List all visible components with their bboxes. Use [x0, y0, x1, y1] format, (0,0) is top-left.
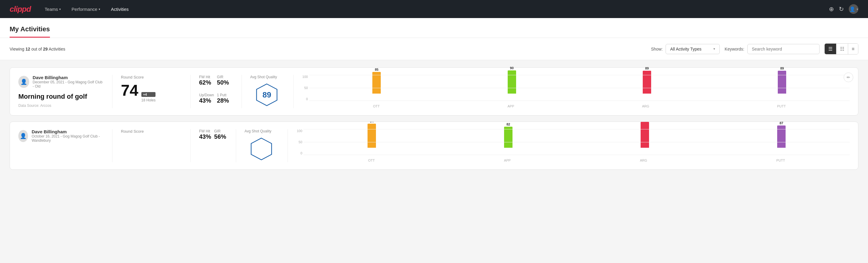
card-quality-2: Avg Shot Quality	[236, 129, 278, 162]
oneputt-cell-1: 1 Putt 28%	[217, 93, 231, 108]
round-score-label-2: Round Score	[121, 129, 172, 134]
arg-bar-2	[641, 122, 649, 148]
card-user-2: 👤 Dave Billingham October 16, 2021 - Gog…	[18, 129, 102, 143]
nav-item-performance[interactable]: Performance ▾	[67, 4, 104, 14]
y-label-100-2: 100	[294, 129, 302, 133]
ott-bar-2	[368, 124, 376, 148]
x-labels-1: OTT APP ARG PUTT	[309, 105, 850, 108]
x-label-app-2: APP	[504, 158, 511, 162]
bar-groups-1: 85 90 89	[309, 75, 850, 101]
app-value-1: 90	[510, 66, 514, 70]
grid-icon: ☷	[840, 46, 844, 52]
avatar[interactable]: 👤 ▾	[849, 4, 858, 14]
navbar-right: ⊕ ↻ 👤 ▾	[829, 4, 858, 14]
view-toggle: ☰ ☷ ≡	[825, 43, 858, 55]
user-name-2: Dave Billingham	[32, 129, 102, 134]
nav-teams-chevron-icon: ▾	[59, 7, 61, 11]
y-label-100: 100	[300, 75, 308, 79]
nav-item-teams[interactable]: Teams ▾	[40, 4, 65, 14]
card-avatar-1: 👤	[18, 76, 29, 88]
updown-label-1: Up/Down	[199, 93, 214, 97]
user-date-1: December 05, 2021 - Gog Magog Golf Club …	[33, 80, 102, 88]
stat-grid-2: FW Hit 43% GIR 56%	[190, 129, 226, 162]
ott-value-1: 85	[375, 68, 378, 71]
bar-group-putt-1: 89	[715, 66, 850, 94]
updown-value-1: 43%	[199, 97, 214, 104]
card-left-1: 👤 Dave Billingham December 05, 2021 - Go…	[18, 75, 102, 108]
hexagon-2	[249, 137, 273, 161]
oneputt-value-1: 28%	[217, 97, 231, 104]
avg-shot-quality-label-2: Avg Shot Quality	[245, 129, 271, 133]
search-input-wrap	[747, 44, 819, 54]
putt-bar-2	[777, 125, 785, 148]
add-icon[interactable]: ⊕	[829, 5, 834, 12]
edit-icon: ✏	[847, 75, 850, 80]
activities-list: 👤 Dave Billingham December 05, 2021 - Go…	[0, 60, 868, 183]
x-label-putt: PUTT	[777, 105, 786, 108]
ott-value-2: 94	[370, 122, 374, 123]
app-bar-1	[508, 70, 516, 94]
y-label-0-2: 0	[294, 151, 302, 155]
bar-group-ott-1: 85	[309, 68, 444, 94]
keywords-filter-group: Keywords:	[724, 44, 819, 54]
viewing-activities-label: Activities	[49, 47, 65, 52]
bar-group-app-2: 82	[440, 122, 577, 148]
avatar-chevron-icon: ▾	[857, 7, 858, 11]
y-label-0: 0	[300, 97, 308, 101]
fw-hit-label-2: FW Hit	[199, 129, 211, 133]
x-label-ott: OTT	[373, 105, 379, 108]
nav-teams-label: Teams	[45, 7, 58, 12]
logo[interactable]: clippd	[10, 4, 31, 14]
bar-group-putt-2: 87	[713, 122, 850, 148]
x-labels-2: OTT APP ARG PUTT	[304, 158, 850, 162]
avatar-icon: 👤	[849, 6, 856, 12]
app-bar-2	[504, 127, 513, 148]
arg-value-1: 89	[645, 66, 649, 70]
card-quality-1: Avg Shot Quality 89	[242, 75, 284, 108]
gir-cell-2: GIR 56%	[214, 129, 226, 162]
bar-group-app-1: 90	[444, 66, 579, 94]
avatar-person-icon: 👤	[21, 79, 27, 85]
activity-title-1: Morning round of golf	[18, 93, 102, 100]
nav-item-activities[interactable]: Activities	[107, 4, 133, 14]
nav-activities-label: Activities	[111, 7, 129, 12]
view-list-button[interactable]: ≡	[848, 43, 858, 54]
card-avatar-2: 👤	[18, 130, 28, 142]
bar-group-arg-2: 106	[577, 122, 713, 148]
avg-shot-quality-label-1: Avg Shot Quality	[250, 75, 277, 79]
nav-performance-chevron-icon: ▾	[99, 7, 100, 11]
edit-button-1[interactable]: ✏	[844, 72, 853, 82]
x-label-app: APP	[507, 105, 514, 108]
activity-type-value: All Activity Types	[670, 47, 702, 52]
activity-card-2: 👤 Dave Billingham October 16, 2021 - Gog…	[10, 122, 858, 170]
svg-marker-1	[251, 138, 272, 160]
putt-bar-1	[778, 71, 786, 94]
user-date-2: October 16, 2021 - Gog Magog Golf Club -…	[32, 134, 102, 143]
bar-group-ott-2: 94	[304, 122, 440, 148]
view-grid-button[interactable]: ☷	[836, 43, 848, 54]
view-dense-list-button[interactable]: ☰	[825, 43, 836, 54]
stat-grid-1: FW Hit 62% GIR 50% Up/Down 43% 1 Putt 28…	[190, 75, 232, 108]
score-value-1: 74	[121, 83, 138, 98]
filter-bar: Viewing 12 out of 29 Activities Show: Al…	[0, 38, 868, 60]
activity-type-select[interactable]: All Activity Types ▾	[665, 44, 720, 54]
round-score-label-1: Round Score	[121, 75, 172, 80]
activity-type-chevron-icon: ▾	[713, 47, 715, 51]
hexagon-1: 89	[255, 83, 279, 107]
fw-hit-value-2: 43%	[199, 133, 211, 140]
dense-list-icon: ☰	[828, 46, 833, 52]
card-chart-2: 100 50 0 94	[287, 129, 850, 162]
card-user-1: 👤 Dave Billingham December 05, 2021 - Go…	[18, 75, 102, 88]
card-stats-2: Round Score	[112, 129, 172, 162]
gir-cell-1: GIR 50%	[217, 75, 231, 90]
gir-label-1: GIR	[217, 75, 231, 79]
data-source-1: Data Source: Arccos	[18, 104, 102, 108]
user-name-1: Dave Billingham	[33, 75, 102, 80]
search-input[interactable]	[752, 47, 815, 52]
app-value-2: 82	[506, 122, 510, 126]
fw-hit-cell-1: FW Hit 62%	[199, 75, 214, 90]
gir-value-2: 56%	[214, 133, 226, 140]
ott-bar-1	[372, 72, 381, 94]
refresh-icon[interactable]: ↻	[839, 5, 844, 12]
card-user-info-2: Dave Billingham October 16, 2021 - Gog M…	[32, 129, 102, 143]
